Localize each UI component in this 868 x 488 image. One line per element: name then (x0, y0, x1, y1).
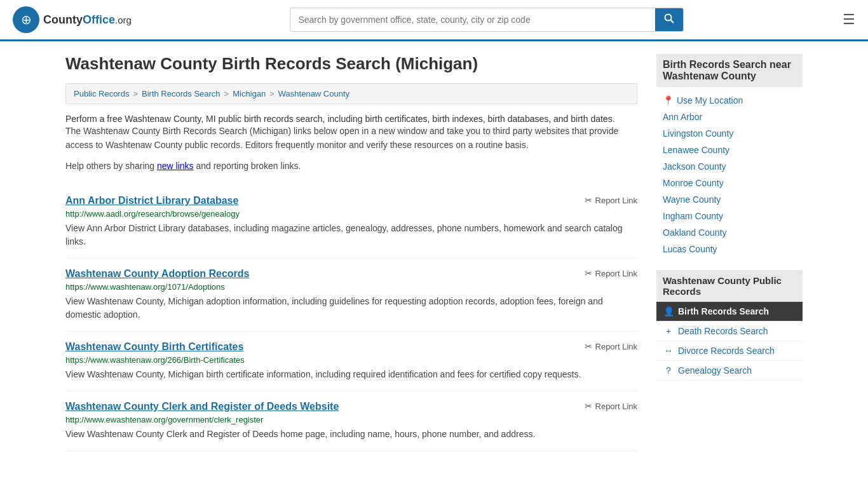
result-url-2[interactable]: https://www.washtenaw.org/266/Birth-Cert… (65, 355, 637, 365)
sidebar-nearby-link-6[interactable]: Ingham County (656, 208, 803, 224)
main-content: Washtenaw County Birth Records Search (M… (65, 54, 637, 451)
result-desc-0: View Ann Arbor District Library database… (65, 222, 637, 248)
svg-point-0 (665, 15, 672, 21)
report-label-0: Report Link (595, 196, 637, 205)
logo-text: CountyOffice.org (43, 13, 132, 27)
sidebar-nearby-section: Birth Records Search near Washtenaw Coun… (656, 54, 803, 257)
help-paragraph: Help others by sharing new links and rep… (65, 159, 637, 173)
result-header: Washtenaw County Clerk and Register of D… (65, 401, 637, 412)
result-url-3[interactable]: http://www.ewashtenaw.org/government/cle… (65, 415, 637, 424)
result-item: Washtenaw County Birth Certificates ✂ Re… (65, 332, 637, 391)
use-location-label: Use My Location (677, 95, 743, 105)
intro-paragraph-2: The Washtenaw County Birth Records Searc… (65, 124, 637, 152)
public-item-label-2: Divorce Records Search (678, 346, 775, 356)
search-bar (290, 8, 684, 32)
public-item-icon-3: ? (663, 365, 674, 376)
sidebar-public-item-1[interactable]: +Death Records Search (656, 322, 803, 341)
sidebar-nearby-heading: Birth Records Search near Washtenaw Coun… (656, 54, 803, 87)
report-link-2[interactable]: ✂ Report Link (585, 341, 637, 351)
search-button[interactable] (655, 8, 683, 31)
sidebar: Birth Records Search near Washtenaw Coun… (656, 54, 803, 451)
sidebar-public-item-2[interactable]: ↔Divorce Records Search (656, 341, 803, 361)
public-item-icon-2: ↔ (663, 346, 674, 356)
sidebar-public-records-heading: Washtenaw County Public Records (656, 270, 803, 302)
sidebar-nearby-link-0[interactable]: Ann Arbor (656, 109, 803, 125)
sidebar-public-item-0[interactable]: 👤Birth Records Search (656, 302, 803, 322)
sidebar-nearby-link-8[interactable]: Lucas County (656, 241, 803, 257)
breadcrumb: Public Records > Birth Records Search > … (65, 83, 637, 104)
intro-paragraph-1: Perform a free Washtenaw County, MI publ… (65, 114, 637, 124)
result-item: Ann Arbor District Library Database ✂ Re… (65, 186, 637, 259)
sidebar-nearby-link-3[interactable]: Jackson County (656, 158, 803, 175)
sidebar-nearby-link-5[interactable]: Wayne County (656, 191, 803, 208)
header: ⊕ CountyOffice.org ☰ (0, 0, 868, 41)
sidebar-nearby-link-7[interactable]: Oakland County (656, 224, 803, 241)
sidebar-public-item-3[interactable]: ?Genealogy Search (656, 361, 803, 381)
nearby-links-list: Ann ArborLivingston CountyLenawee County… (656, 109, 803, 257)
result-title-3[interactable]: Washtenaw County Clerk and Register of D… (65, 401, 339, 412)
content-wrapper: Washtenaw County Birth Records Search (M… (53, 41, 815, 464)
result-item: Washtenaw County Clerk and Register of D… (65, 391, 637, 451)
result-header: Washtenaw County Birth Certificates ✂ Re… (65, 341, 637, 353)
result-title-1[interactable]: Washtenaw County Adoption Records (65, 268, 249, 280)
result-title-2[interactable]: Washtenaw County Birth Certificates (65, 341, 243, 353)
breadcrumb-sep-3: > (269, 89, 275, 98)
breadcrumb-michigan[interactable]: Michigan (233, 89, 266, 98)
result-url-1[interactable]: https://www.washtenaw.org/1071/Adoptions (65, 282, 637, 292)
public-item-label-1: Death Records Search (678, 326, 768, 336)
breadcrumb-sep-1: > (133, 89, 138, 98)
breadcrumb-public-records[interactable]: Public Records (74, 89, 129, 98)
svg-line-1 (671, 20, 674, 24)
result-desc-1: View Washtenaw County, Michigan adoption… (65, 295, 637, 322)
sidebar-nearby-link-1[interactable]: Livingston County (656, 125, 803, 142)
result-desc-3: View Washtenaw County Clerk and Register… (65, 428, 637, 441)
public-item-label-0: Birth Records Search (678, 306, 769, 316)
report-link-0[interactable]: ✂ Report Link (585, 195, 637, 205)
report-icon-3: ✂ (585, 401, 592, 411)
menu-icon[interactable]: ☰ (843, 11, 855, 28)
public-records-list: 👤Birth Records Search+Death Records Sear… (656, 302, 803, 381)
results-list: Ann Arbor District Library Database ✂ Re… (65, 186, 637, 451)
sidebar-public-records-section: Washtenaw County Public Records 👤Birth R… (656, 270, 803, 381)
location-icon: 📍 (663, 95, 674, 105)
logo-area: ⊕ CountyOffice.org (13, 6, 132, 33)
report-icon-0: ✂ (585, 195, 592, 205)
report-label-3: Report Link (595, 402, 637, 411)
public-item-icon-0: 👤 (663, 306, 674, 316)
report-link-1[interactable]: ✂ Report Link (585, 268, 637, 278)
use-location-button[interactable]: 📍 Use My Location (656, 92, 803, 109)
report-label-1: Report Link (595, 269, 637, 278)
result-desc-2: View Washtenaw County, Michigan birth ce… (65, 368, 637, 381)
logo-icon: ⊕ (13, 6, 39, 33)
sidebar-nearby-link-4[interactable]: Monroe County (656, 175, 803, 191)
result-url-0[interactable]: http://www.aadl.org/research/browse/gene… (65, 209, 637, 219)
breadcrumb-sep-2: > (224, 89, 229, 98)
result-header: Washtenaw County Adoption Records ✂ Repo… (65, 268, 637, 280)
report-link-3[interactable]: ✂ Report Link (585, 401, 637, 411)
public-item-label-3: Genealogy Search (678, 365, 752, 376)
help-text-suffix: and reporting broken links. (194, 161, 301, 171)
sidebar-nearby-link-2[interactable]: Lenawee County (656, 142, 803, 158)
search-input[interactable] (290, 10, 655, 30)
result-item: Washtenaw County Adoption Records ✂ Repo… (65, 259, 637, 332)
new-links-link[interactable]: new links (157, 161, 194, 171)
help-text-prefix: Help others by sharing (65, 161, 157, 171)
result-header: Ann Arbor District Library Database ✂ Re… (65, 195, 637, 207)
report-icon-2: ✂ (585, 341, 592, 351)
public-item-icon-1: + (663, 326, 674, 336)
result-title-0[interactable]: Ann Arbor District Library Database (65, 195, 238, 207)
report-icon-1: ✂ (585, 268, 592, 278)
page-title: Washtenaw County Birth Records Search (M… (65, 54, 637, 74)
breadcrumb-birth-records[interactable]: Birth Records Search (142, 89, 220, 98)
breadcrumb-washtenaw[interactable]: Washtenaw County (278, 89, 349, 98)
report-label-2: Report Link (595, 342, 637, 351)
